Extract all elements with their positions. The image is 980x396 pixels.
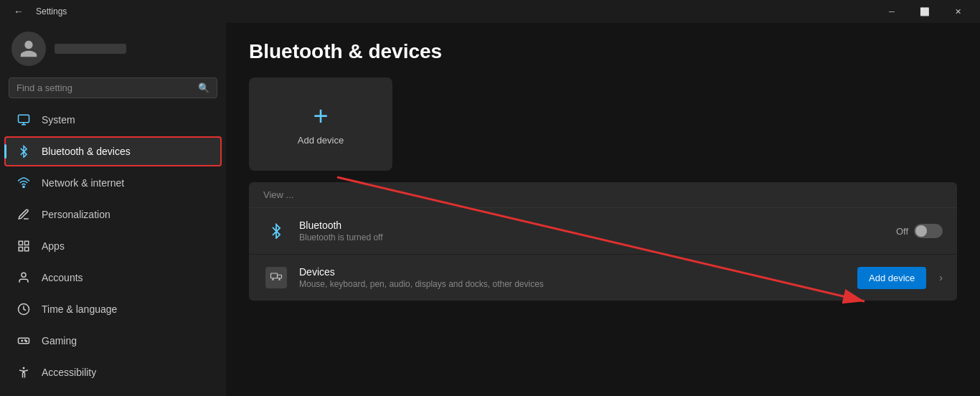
bluetooth-setting-title: Bluetooth — [299, 220, 896, 231]
accessibility-icon — [16, 364, 32, 380]
titlebar-controls: ─ ⬜ ✕ — [875, 0, 974, 23]
sidebar-label-time: Time & language — [42, 303, 117, 315]
svg-rect-3 — [25, 241, 29, 245]
add-device-card-label: Add device — [298, 135, 344, 146]
bluetooth-setting-text: Bluetooth Bluetooth is turned off — [299, 220, 896, 242]
gaming-icon — [16, 333, 32, 349]
sidebar-item-gaming[interactable]: Gaming — [4, 326, 222, 356]
titlebar-left: ← Settings — [9, 1, 67, 22]
search-icon: 🔍 — [198, 82, 209, 93]
search-box[interactable]: 🔍 — [9, 77, 217, 98]
sidebar-item-network[interactable]: Network & internet — [4, 168, 222, 198]
time-icon — [16, 301, 32, 317]
search-input[interactable] — [17, 82, 192, 93]
svg-rect-5 — [25, 248, 29, 251]
sidebar-item-time[interactable]: Time & language — [4, 294, 222, 324]
sidebar-label-bluetooth: Bluetooth & devices — [42, 146, 131, 157]
devices-icon-box — [265, 267, 287, 288]
user-icon — [19, 39, 39, 59]
minimize-button[interactable]: ─ — [875, 0, 908, 23]
devices-setting-subtitle: Mouse, keyboard, pen, audio, displays an… — [299, 279, 857, 289]
personalization-icon — [16, 207, 32, 222]
devices-setting-icon — [263, 265, 289, 291]
svg-rect-0 — [19, 115, 29, 123]
back-button[interactable]: ← — [9, 1, 29, 22]
sidebar-label-apps: Apps — [42, 240, 65, 252]
svg-rect-15 — [278, 275, 282, 278]
svg-rect-14 — [271, 273, 278, 278]
bluetooth-setting-subtitle: Bluetooth is turned off — [299, 232, 896, 242]
view-more-row[interactable]: View ... — [249, 182, 957, 208]
devices-chevron-icon: › — [939, 272, 943, 283]
user-name-placeholder — [55, 44, 126, 54]
sidebar-label-accessibility: Accessibility — [42, 367, 96, 378]
avatar — [11, 32, 46, 66]
user-section[interactable] — [0, 23, 226, 75]
maximize-button[interactable]: ⬜ — [908, 0, 941, 23]
bluetooth-toggle[interactable] — [914, 224, 943, 238]
app-title: Settings — [36, 6, 67, 16]
sidebar-item-personalization[interactable]: Personalization — [4, 199, 222, 230]
page-title: Bluetooth & devices — [249, 40, 957, 63]
add-device-card[interactable]: + Add device — [249, 77, 392, 171]
sidebar-item-bluetooth[interactable]: Bluetooth & devices — [4, 136, 222, 166]
sidebar-item-system[interactable]: System — [4, 105, 222, 135]
add-icon: + — [313, 103, 328, 129]
accounts-icon — [16, 270, 32, 286]
svg-point-6 — [22, 273, 26, 277]
sidebar: 🔍 System Bluetooth & devices — [0, 23, 226, 396]
settings-section: View ... Bluetooth Bluetooth is turned o… — [249, 182, 957, 301]
svg-point-13 — [23, 367, 25, 369]
bluetooth-setting-row[interactable]: Bluetooth Bluetooth is turned off Off — [249, 208, 957, 255]
network-icon — [16, 175, 32, 191]
sidebar-item-accessibility[interactable]: Accessibility — [4, 357, 222, 387]
svg-point-1 — [23, 186, 24, 187]
sidebar-item-apps[interactable]: Apps — [4, 231, 222, 261]
devices-add-device-button[interactable]: Add device — [857, 267, 926, 289]
sidebar-label-gaming: Gaming — [42, 335, 77, 346]
sidebar-label-personalization: Personalization — [42, 209, 110, 220]
close-button[interactable]: ✕ — [941, 0, 974, 23]
svg-rect-2 — [19, 241, 22, 245]
bluetooth-icon — [16, 143, 32, 159]
bluetooth-toggle-label: Off — [896, 226, 908, 237]
titlebar: ← Settings ─ ⬜ ✕ — [0, 0, 980, 23]
devices-setting-title: Devices — [299, 266, 857, 278]
view-more-label: View ... — [263, 189, 293, 200]
apps-icon — [16, 238, 32, 254]
bluetooth-toggle-control: Off — [896, 224, 943, 238]
svg-point-12 — [26, 341, 27, 342]
content-area: Bluetooth & devices + Add device View ..… — [226, 23, 980, 396]
devices-control: Add device › — [857, 267, 943, 289]
sidebar-label-accounts: Accounts — [42, 272, 83, 283]
sidebar-label-system: System — [42, 114, 75, 126]
sidebar-item-accounts[interactable]: Accounts — [4, 263, 222, 293]
system-icon — [16, 112, 32, 128]
devices-setting-row[interactable]: Devices Mouse, keyboard, pen, audio, dis… — [249, 255, 957, 301]
sidebar-label-network: Network & internet — [42, 177, 124, 189]
bluetooth-setting-icon — [263, 218, 289, 244]
devices-setting-text: Devices Mouse, keyboard, pen, audio, dis… — [299, 266, 857, 289]
svg-rect-4 — [19, 248, 22, 251]
main-layout: 🔍 System Bluetooth & devices — [0, 23, 980, 396]
svg-rect-8 — [19, 338, 29, 344]
